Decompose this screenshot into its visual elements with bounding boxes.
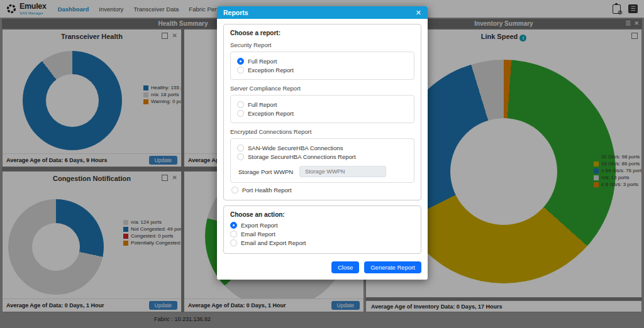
radio-email-report[interactable]: Email Report [230, 231, 414, 238]
radio-icon[interactable] [230, 222, 237, 229]
choose-report-box: Choose a report: Security Report Full Re… [223, 24, 421, 200]
radio-label: Storage SecureHBA Connections Report [248, 153, 356, 160]
modal-actions: Close Generate Report [217, 259, 428, 280]
security-report-options: Full Report Exception Report [230, 52, 414, 80]
radio-icon[interactable] [237, 145, 244, 151]
radio-full-report[interactable]: Full Report [237, 58, 408, 65]
radio-icon[interactable] [237, 58, 244, 65]
radio-label: Email Report [241, 231, 275, 238]
radio-label: Full Report [248, 101, 277, 108]
radio-icon[interactable] [230, 239, 237, 246]
storage-wwpn-input[interactable] [299, 166, 386, 177]
radio-icon[interactable] [237, 67, 244, 74]
storage-port-wwpn-label: Storage Port WWPN [238, 168, 293, 175]
radio-icon[interactable] [237, 101, 244, 108]
generate-report-button[interactable]: Generate Report [364, 261, 421, 273]
radio-label: Email and Export Report [241, 239, 306, 246]
encrypted-connections-options: SAN-Wide SecureHBA Connections Storage S… [230, 138, 414, 183]
radio-label: Export Report [241, 222, 278, 229]
storage-port-wwpn-row: Storage Port WWPN [238, 166, 408, 177]
close-button[interactable]: Close [331, 261, 359, 273]
radio-label: Exception Report [248, 110, 294, 117]
encrypted-connections-label: Encrypted Connections Report [230, 128, 414, 135]
choose-action-heading: Choose an action: [230, 211, 414, 218]
radio-full-report[interactable]: Full Report [237, 101, 408, 108]
server-compliance-label: Server Compliance Report [230, 85, 414, 92]
radio-label: Exception Report [248, 67, 294, 74]
radio-icon[interactable] [230, 231, 237, 238]
modal-header: Reports ✕ [217, 6, 428, 19]
radio-exception-report[interactable]: Exception Report [237, 110, 408, 117]
radio-label: Full Report [248, 58, 277, 65]
app-screen: Emulex SAN Manager Dashboard Inventory T… [0, 0, 644, 328]
radio-icon[interactable] [231, 187, 238, 194]
choose-report-heading: Choose a report: [230, 30, 414, 36]
radio-storage-securehba[interactable]: Storage SecureHBA Connections Report [237, 153, 408, 160]
radio-icon[interactable] [237, 110, 244, 117]
radio-email-and-export-report[interactable]: Email and Export Report [230, 239, 414, 246]
choose-action-box: Choose an action: Export Report Email Re… [223, 205, 421, 254]
radio-exception-report[interactable]: Exception Report [237, 67, 408, 74]
radio-label: SAN-Wide SecureHBA Connections [248, 145, 343, 151]
radio-san-wide-securehba[interactable]: SAN-Wide SecureHBA Connections [237, 145, 408, 151]
reports-modal: Reports ✕ Choose a report: Security Repo… [217, 6, 428, 280]
security-report-label: Security Report [230, 41, 414, 48]
radio-export-report[interactable]: Export Report [230, 222, 414, 229]
modal-title: Reports [223, 9, 248, 16]
modal-body: Choose a report: Security Report Full Re… [217, 19, 428, 254]
radio-port-health-report[interactable]: Port Health Report [231, 187, 414, 194]
radio-icon[interactable] [237, 153, 244, 160]
close-icon[interactable]: ✕ [416, 9, 421, 17]
server-compliance-options: Full Report Exception Report [230, 95, 414, 123]
radio-label: Port Health Report [242, 187, 292, 194]
